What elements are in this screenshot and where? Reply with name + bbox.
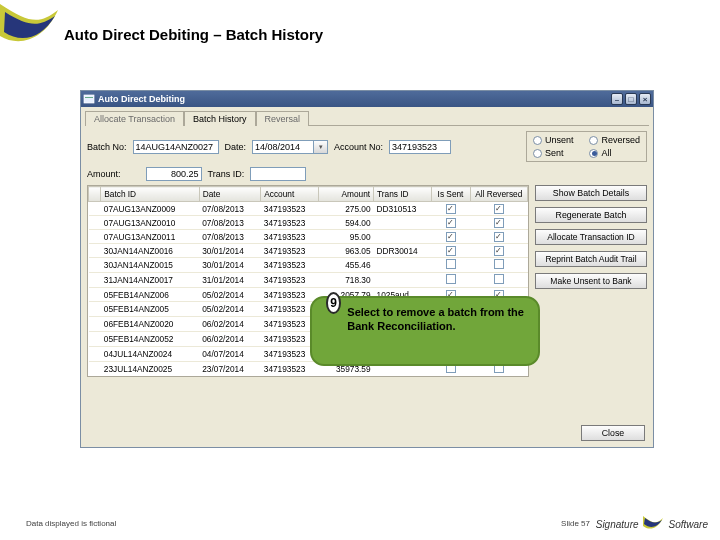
all-reversed-checkbox[interactable]: ✓ (494, 204, 504, 214)
tab-reversal[interactable]: Reversal (256, 111, 310, 126)
brand-swoosh-icon (0, 4, 58, 68)
table-row[interactable]: ▸14AUG14ANZ002714/08/2014347193523800.25 (89, 377, 528, 378)
reprint-batch-audit-trail-button[interactable]: Reprint Batch Audit Trail (535, 251, 647, 267)
batch-no-input[interactable] (133, 140, 219, 154)
tab-batch-history[interactable]: Batch History (184, 111, 256, 126)
allocate-transaction-id-button[interactable]: Allocate Transaction ID (535, 229, 647, 245)
filter-row-2: Amount: Trans ID: (81, 167, 653, 185)
date-picker-button[interactable]: ▾ (314, 140, 328, 154)
trans-id-label: Trans ID: (208, 169, 245, 179)
slide-title: Auto Direct Debiting – Batch History (64, 26, 323, 43)
is-sent-checkbox[interactable] (446, 274, 456, 284)
action-buttons: Show Batch Details Regenerate Batch Allo… (535, 185, 647, 289)
is-sent-checkbox[interactable]: ✓ (446, 232, 456, 242)
all-reversed-checkbox[interactable] (494, 259, 504, 269)
table-row[interactable]: 07AUG13ANZ000907/08/2013347193523275.00D… (89, 202, 528, 216)
account-no-input[interactable] (389, 140, 451, 154)
maximize-button[interactable]: □ (625, 93, 637, 105)
col-trans[interactable]: Trans ID (374, 187, 431, 202)
window-title: Auto Direct Debiting (98, 94, 185, 104)
regenerate-batch-button[interactable]: Regenerate Batch (535, 207, 647, 223)
col-account[interactable]: Account (261, 187, 318, 202)
batch-no-label: Batch No: (87, 142, 127, 152)
is-sent-checkbox[interactable]: ✓ (446, 246, 456, 256)
all-reversed-checkbox[interactable]: ✓ (494, 246, 504, 256)
callout-step-number: 9 (326, 292, 341, 314)
tabs: Allocate Transaction Batch History Rever… (85, 110, 653, 125)
minimize-button[interactable]: – (611, 93, 623, 105)
app-icon (83, 93, 95, 105)
col-is-sent[interactable]: Is Sent (431, 187, 470, 202)
col-amount[interactable]: Amount (318, 187, 373, 202)
brand-swoosh-small-icon (641, 512, 665, 536)
col-all-reversed[interactable]: All Reversed (470, 187, 528, 202)
col-date[interactable]: Date (199, 187, 261, 202)
show-batch-details-button[interactable]: Show Batch Details (535, 185, 647, 201)
radio-unsent[interactable]: Unsent (533, 135, 574, 145)
radio-reversed[interactable]: Reversed (589, 135, 640, 145)
footer-brand: Signature Software (596, 512, 708, 536)
radio-sent[interactable]: Sent (533, 148, 574, 158)
table-row[interactable]: 30JAN14ANZ001530/01/2014347193523455.46 (89, 258, 528, 273)
close-window-button[interactable]: × (639, 93, 651, 105)
svg-rect-1 (85, 97, 93, 98)
table-row[interactable]: 30JAN14ANZ001630/01/2014347193523963.05D… (89, 244, 528, 258)
make-unsent-to-bank-button[interactable]: Make Unsent to Bank (535, 273, 647, 289)
slide-number: Slide 57 (561, 519, 590, 528)
table-row[interactable]: 07AUG13ANZ001107/08/201334719352395.00✓✓ (89, 230, 528, 244)
titlebar: Auto Direct Debiting – □ × (81, 91, 653, 107)
callout: 9 Select to remove a batch from the Bank… (310, 296, 540, 366)
all-reversed-checkbox[interactable]: ✓ (494, 232, 504, 242)
all-reversed-checkbox[interactable] (494, 274, 504, 284)
close-button[interactable]: Close (581, 425, 645, 441)
filter-row-1: Batch No: Date: ▾ Account No: Unsent Rev… (81, 126, 653, 167)
window-controls: – □ × (611, 93, 651, 105)
status-filter-box: Unsent Reversed Sent All (526, 131, 647, 162)
tab-allocate-transaction[interactable]: Allocate Transaction (85, 111, 184, 126)
table-row[interactable]: 07AUG13ANZ001007/08/2013347193523594.00✓… (89, 216, 528, 230)
amount-label: Amount: (87, 169, 121, 179)
date-input[interactable] (252, 140, 314, 154)
svg-rect-0 (84, 95, 94, 103)
radio-all[interactable]: All (589, 148, 640, 158)
app-window: Auto Direct Debiting – □ × Allocate Tran… (80, 90, 654, 448)
callout-text: Select to remove a batch from the Bank R… (347, 306, 528, 334)
all-reversed-checkbox[interactable]: ✓ (494, 218, 504, 228)
amount-input[interactable] (146, 167, 202, 181)
table-row[interactable]: 31JAN14ANZ001731/01/2014347193523718.30 (89, 273, 528, 288)
col-batch[interactable]: Batch ID (101, 187, 199, 202)
is-sent-checkbox[interactable]: ✓ (446, 218, 456, 228)
disclaimer-text: Data displayed is fictional (26, 519, 116, 528)
is-sent-checkbox[interactable]: ✓ (446, 204, 456, 214)
trans-id-input[interactable] (250, 167, 306, 181)
date-label: Date: (225, 142, 247, 152)
is-sent-checkbox[interactable] (446, 259, 456, 269)
account-no-label: Account No: (334, 142, 383, 152)
